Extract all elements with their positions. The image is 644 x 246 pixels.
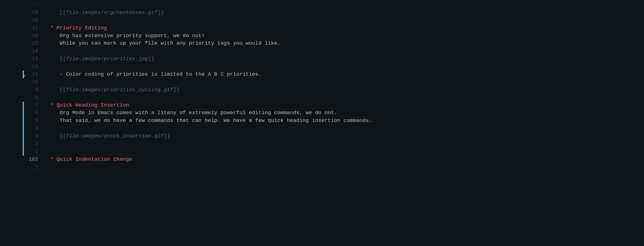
line-number: 11 [25,71,44,78]
line-numbers-gutter: 20191817161514131211109876543211021 [25,0,44,246]
code-line[interactable] [47,63,644,71]
code-segment: file:images/orgcheckboxes.gif [66,9,157,16]
code-segment [47,25,50,31]
code-line[interactable] [47,94,644,102]
code-line[interactable]: * Quick Indentation Change [47,156,644,163]
code-segment: Priority Editing [56,25,107,31]
change-mark-icon [23,102,24,156]
code-segment: file:images/quick_insertion.gif [66,133,163,139]
code-segment: * [50,25,53,31]
code-line[interactable] [47,163,644,171]
line-number: 13 [25,55,44,63]
code-segment [53,156,56,162]
deletion-mark-icon: ▸ [24,73,25,76]
line-number: 3 [25,132,44,140]
code-segment: Quick Indentation Change [56,156,132,162]
line-number: 2 [25,140,44,148]
line-number: 4 [25,125,44,132]
code-segment [47,87,60,93]
line-number: 8 [25,94,44,102]
code-segment: * [50,156,53,162]
code-segment: [[ [60,133,66,139]
line-number: 1 [25,163,44,171]
code-line[interactable]: [[file:images/quick_insertion.gif]] [47,132,644,140]
code-line[interactable]: [[file:images/priorities.jpg]] [47,55,644,63]
line-number: 17 [25,24,44,32]
code-line[interactable]: - Color coding of priorities is limited … [47,71,644,78]
code-line[interactable]: * Quick Heading Insertion [47,102,644,109]
line-number: 19 [25,9,44,17]
line-number: 102 [25,156,44,163]
line-number: 20 [25,1,44,9]
line-number: 15 [25,40,44,47]
code-segment [53,25,56,31]
line-number: 12 [25,63,44,71]
code-line[interactable]: * Priority Editing [47,24,644,32]
code-segment [47,102,50,108]
code-segment: [[ [60,87,66,93]
line-number: 5 [25,117,44,125]
line-number: 10 [25,78,44,86]
code-segment: Org has extensive priority support, we d… [47,33,205,39]
line-number: 6 [25,109,44,117]
code-segment [47,156,50,162]
code-segment: ]] [164,133,170,139]
code-line[interactable] [47,17,644,24]
code-segment [47,9,60,16]
editor: ▸ 20191817161514131211109876543211021 [[… [0,0,644,246]
code-segment: Org Mode in Emacs comes with a litany of… [47,110,337,116]
code-segment: While you can mark up your file with any… [47,40,281,46]
code-line[interactable]: That said, we do have a few commands tha… [47,117,644,125]
line-number: 1 [25,148,44,156]
code-segment: * [50,102,53,108]
code-segment: ]] [148,56,154,62]
code-line[interactable] [47,125,644,132]
code-segment: ]] [157,9,164,16]
code-segment: - Color coding of priorities is limited … [47,71,261,77]
line-number: 14 [25,47,44,55]
code-line[interactable]: Org has extensive priority support, we d… [47,32,644,40]
code-line[interactable] [47,1,644,9]
code-segment: file:images/priorities_cycling.gif [66,87,173,93]
line-number: 18 [25,17,44,24]
line-number: 9 [25,86,44,94]
code-segment: Quick Heading Insertion [56,102,129,108]
code-line[interactable]: [[file:images/orgcheckboxes.gif]] [47,9,644,17]
line-number: 7 [25,102,44,109]
code-line[interactable] [47,47,644,55]
code-line[interactable] [47,140,644,148]
code-area[interactable]: [[file:images/orgcheckboxes.gif]] * Prio… [44,0,644,246]
code-segment: [[ [60,9,66,16]
code-segment: file:images/priorities.jpg [66,56,148,62]
code-line[interactable] [47,78,644,86]
code-segment [47,133,60,139]
line-number: 16 [25,32,44,40]
code-line[interactable]: Org Mode in Emacs comes with a litany of… [47,109,644,117]
code-segment: That said, we do have a few commands tha… [47,117,372,124]
code-segment: ]] [173,87,180,93]
code-line[interactable]: [[file:images/priorities_cycling.gif]] [47,86,644,94]
code-segment: [[ [60,56,66,62]
gutter-marks: ▸ [0,0,25,246]
code-line[interactable]: While you can mark up your file with any… [47,40,644,47]
code-segment [53,102,56,108]
code-line[interactable] [47,148,644,156]
code-segment [47,56,60,62]
